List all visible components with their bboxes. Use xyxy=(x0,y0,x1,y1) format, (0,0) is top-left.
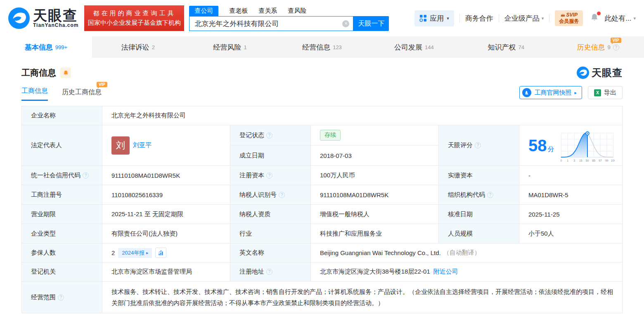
svip-label: SVIP xyxy=(566,12,578,18)
enterprise-products-label: 企业级产品 xyxy=(504,14,540,23)
vip-badge: VIP xyxy=(611,38,621,43)
svg-text:15: 15 xyxy=(579,159,582,162)
tab-business-info[interactable]: 经营信息 123 xyxy=(276,36,368,58)
chevron-down-icon: ▾ xyxy=(633,16,636,21)
paid-capital-value: - xyxy=(519,166,622,185)
help-icon[interactable]: ? xyxy=(266,172,272,179)
help-icon[interactable]: ? xyxy=(613,44,619,50)
reg-address-value: 北京市海淀区海淀大街38号楼18层22-01 附近公司 xyxy=(311,262,622,281)
svip-member-button[interactable]: SVIP 会员服务 xyxy=(555,10,583,26)
divider xyxy=(549,14,549,22)
est-date-value: 2018-07-03 xyxy=(311,146,438,165)
tab-operating-risk[interactable]: 经营风险 1 xyxy=(184,36,276,58)
svg-text:97: 97 xyxy=(599,159,602,162)
search-tab-company[interactable]: 查公司 xyxy=(189,6,218,16)
arrow-right-icon: ▸ xyxy=(574,90,577,95)
banner-line1: 都在用的商业查询工具 xyxy=(93,10,175,17)
tab-intellectual-property[interactable]: 知识产权 74 xyxy=(460,36,552,58)
tianyancha-watermark: 天眼查 xyxy=(577,66,623,79)
help-icon[interactable]: ? xyxy=(58,294,64,301)
score-value: 58 xyxy=(528,136,547,155)
field-label: 纳税人资质 xyxy=(230,205,311,224)
help-icon[interactable]: ? xyxy=(266,269,272,275)
field-label: 统一社会信用代码? xyxy=(22,166,102,185)
table-row: 企业名称 北京光年之外科技有限公司 xyxy=(22,106,622,125)
export-button[interactable]: X 导出 xyxy=(588,86,623,99)
avatar[interactable]: 刘 xyxy=(111,136,130,155)
auto-translate-note: （自动翻译） xyxy=(443,249,481,257)
apps-label: 应用 xyxy=(430,14,444,23)
tab-history-info[interactable]: VIP 历史信息 9 ? xyxy=(552,36,644,58)
user-menu-label: 此处有... xyxy=(604,14,631,23)
notification-bell[interactable] xyxy=(590,13,599,24)
table-row: 登记机关 北京市海淀区市场监督管理局 注册地址? 北京市海淀区海淀大街38号楼1… xyxy=(22,262,622,282)
search-input-wrap: × xyxy=(189,16,353,31)
business-info-table: 企业名称 北京光年之外科技有限公司 法定代表人 刘 刘亚平 登记状态? 存续 xyxy=(21,106,623,313)
score-unit: 分 xyxy=(548,146,554,153)
annual-report-link[interactable]: 2024年报 ▸ xyxy=(118,248,152,258)
search-tab-boss[interactable]: 查老板 xyxy=(229,6,248,16)
field-label: 法定代表人 xyxy=(22,125,102,165)
legal-rep-link[interactable]: 刘亚平 xyxy=(133,141,152,149)
business-scope-value: 技术服务、技术转让、技术开发、技术推广、技术咨询；销售自行开发的产品；计算机系统… xyxy=(102,282,622,313)
business-coop-link[interactable]: 商务合作 xyxy=(465,14,493,23)
main-content: 工商信息 天眼查 工商信息 历史工商信息 VIP xyxy=(0,66,644,313)
svg-text:85: 85 xyxy=(592,159,595,162)
official-snapshot-button[interactable]: 工商官网快照 ▸ xyxy=(519,86,582,99)
watermark-text: 天眼查 xyxy=(592,66,623,79)
help-icon[interactable]: ? xyxy=(266,132,272,138)
credit-code-value: 91110108MA01D8WR5K xyxy=(102,166,230,185)
subtab-business-info[interactable]: 工商信息 xyxy=(21,87,48,101)
help-icon[interactable]: ? xyxy=(487,192,493,198)
field-label: 参保人数 xyxy=(22,243,102,262)
logo-title: 天眼查 xyxy=(33,8,78,22)
field-label: 注册地址? xyxy=(230,262,311,281)
help-icon[interactable]: ? xyxy=(83,172,89,179)
nearby-companies-link[interactable]: 附近公司 xyxy=(433,268,458,276)
subtab-history-business-info[interactable]: 历史工商信息 VIP xyxy=(62,88,102,101)
tab-basic-info[interactable]: 基本信息 999+ xyxy=(0,36,92,58)
insured-count: 2 xyxy=(111,249,115,256)
field-label: 登记状态? xyxy=(230,125,311,145)
tianyancha-logo[interactable]: 天眼查 TianYanCha.com xyxy=(8,7,78,29)
banner-line2: 国家中小企业发展子基金旗下机构 xyxy=(88,19,181,27)
vip-badge: VIP xyxy=(97,82,107,87)
subscribe-bell-button[interactable] xyxy=(60,67,71,78)
user-menu[interactable]: 此处有... ▾ xyxy=(604,14,636,23)
notification-dot xyxy=(597,12,601,15)
section-title: 工商信息 xyxy=(21,67,56,79)
excel-icon: X xyxy=(594,89,601,96)
help-icon[interactable]: ? xyxy=(475,142,481,148)
search-button[interactable]: 天眼一下 xyxy=(353,16,389,31)
logo-mark-icon xyxy=(577,67,589,79)
insured-trend-chart-button[interactable] xyxy=(155,248,166,258)
field-label: 经营范围? xyxy=(22,282,102,313)
table-row: 营业期限 2025-11-21 至 无固定期限 纳税人资质 增值税一般纳税人 核… xyxy=(22,205,622,224)
search-tab-risk[interactable]: 查风险 xyxy=(288,6,306,16)
divider xyxy=(499,14,499,22)
field-label: 企业类型 xyxy=(22,224,102,243)
help-icon[interactable]: ? xyxy=(279,192,285,198)
field-label: 成立日期 xyxy=(230,146,311,165)
crown-icon xyxy=(561,13,565,17)
legal-rep-cell: 刘 刘亚平 xyxy=(102,125,230,165)
field-label: 英文名称 xyxy=(230,243,311,262)
company-nav-tabs: 基本信息 999+ 法律诉讼 2 经营风险 1 经营信息 123 公司发展 14… xyxy=(0,36,644,58)
apps-button[interactable]: 应用 ▾ xyxy=(414,10,454,26)
tab-company-development[interactable]: 公司发展 144 xyxy=(368,36,460,58)
field-label: 工商注册号 xyxy=(22,185,102,204)
tab-legal-proceedings[interactable]: 法律诉讼 2 xyxy=(92,36,184,58)
logo-mark-icon xyxy=(8,7,30,29)
grid-icon xyxy=(419,14,427,22)
reg-capital-value: 100万人民币 xyxy=(311,166,439,185)
promo-banner: 都在用的商业查询工具 国家中小企业发展子基金旗下机构 xyxy=(84,5,184,31)
table-row: 法定代表人 刘 刘亚平 登记状态? 存续 成立日期 2018-07-03 xyxy=(22,125,622,166)
search-input[interactable] xyxy=(189,17,353,31)
industry-value: 科技推广和应用服务业 xyxy=(311,224,439,243)
org-code-value: MA01D8WR-5 xyxy=(519,185,622,204)
search-tab-relation[interactable]: 查关系 xyxy=(258,6,277,16)
enterprise-products-link[interactable]: 企业级产品 ▾ xyxy=(504,14,544,23)
chevron-down-icon: ▾ xyxy=(542,16,544,21)
top-header: 天眼查 TianYanCha.com 都在用的商业查询工具 国家中小企业发展子基… xyxy=(0,0,644,36)
approval-date-value: 2025-11-25 xyxy=(519,205,622,224)
